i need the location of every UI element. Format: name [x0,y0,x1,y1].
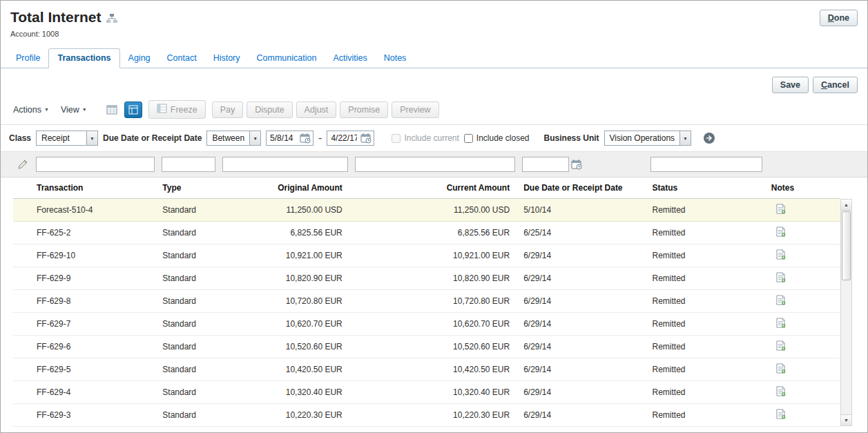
cell-transaction: Forecast-510-4 [32,199,158,222]
view-menu[interactable]: View ▼ [57,102,91,117]
note-icon[interactable] [771,204,786,214]
tab-history[interactable]: History [205,49,249,68]
include-current-checkbox[interactable]: Include current [392,133,459,143]
table-row[interactable]: FF-629-4Standard10,320.40 EUR10,320.40 E… [13,381,840,404]
scroll-up-icon[interactable]: ▲ [841,200,851,211]
cell-due-date: 5/10/14 [519,199,648,222]
done-button[interactable]: Done [820,10,858,26]
qbe-type-input[interactable] [162,157,215,172]
table-row[interactable]: FF-629-9Standard10,820.90 EUR10,820.90 E… [13,267,840,290]
row-selector-cell[interactable] [13,313,32,336]
note-icon[interactable] [771,409,786,419]
cell-original-amount: 10,520.60 EUR [219,336,351,358]
qbe-due-date-input[interactable] [522,157,569,172]
row-selector-cell[interactable] [13,336,32,358]
col-type[interactable]: Type [158,177,219,199]
note-icon[interactable] [771,386,786,396]
go-arrow-icon[interactable] [703,132,715,144]
col-current-amount[interactable]: Current Amount [352,177,519,199]
class-select[interactable]: Receipt ▼ [36,131,98,146]
tab-transactions[interactable]: Transactions [48,48,119,68]
col-status[interactable]: Status [648,177,766,199]
table-row[interactable]: FF-629-10Standard10,921.00 EUR10,921.00 … [13,244,840,267]
note-icon[interactable] [771,249,786,260]
date-from-input[interactable] [267,133,300,143]
cell-notes [767,267,840,290]
cell-status: Remitted [648,199,766,222]
cell-original-amount: 6,825.56 EUR [219,222,351,244]
note-icon[interactable] [771,363,786,374]
note-icon[interactable] [771,272,786,282]
table-row[interactable]: Forecast-510-4Standard11,250.00 USD11,25… [13,199,840,222]
qbe-pencil-icon[interactable] [18,160,28,169]
note-icon[interactable] [771,318,786,328]
include-closed-checkbox-input[interactable] [464,134,473,143]
detach-icon[interactable] [103,102,121,118]
table-row[interactable]: FF-629-7Standard10,620.70 EUR10,620.70 E… [13,313,840,336]
date-operator-select[interactable]: Between ▼ [206,131,261,146]
tab-profile[interactable]: Profile [8,49,48,68]
freeze-button[interactable]: Freeze [148,100,206,119]
cell-current-amount: 10,320.40 EUR [352,381,519,404]
qbe-transaction-input[interactable] [36,157,155,172]
qbe-current-amount-input[interactable] [355,157,515,172]
note-icon[interactable] [771,295,786,305]
include-closed-checkbox[interactable]: Include closed [464,133,530,143]
table-row[interactable]: FF-625-2Standard6,825.56 EUR6,825.56 EUR… [13,222,840,244]
tab-activities[interactable]: Activities [325,49,375,68]
save-button[interactable]: Save [772,77,809,93]
qbe-status-input[interactable] [650,157,762,172]
row-selector-cell[interactable] [13,404,32,427]
note-icon[interactable] [771,227,786,237]
business-unit-select[interactable]: Vision Operations ▼ [604,131,692,146]
col-original-amount[interactable]: Original Amount [219,177,351,199]
note-icon[interactable] [771,340,786,351]
cancel-button[interactable]: Cancel [813,77,858,93]
calendar-icon[interactable] [360,133,372,144]
calendar-icon[interactable] [571,160,582,170]
row-selector-cell[interactable] [13,358,32,381]
cell-original-amount: 10,820.90 EUR [219,267,351,290]
scroll-down-icon[interactable]: ▼ [841,414,851,425]
cell-due-date: 6/29/14 [519,404,648,427]
row-selector-cell[interactable] [13,244,32,267]
row-selector-cell[interactable] [13,267,32,290]
query-by-example-filter-icon[interactable] [124,102,142,118]
row-selector-cell[interactable] [13,381,32,404]
table-row[interactable]: FF-629-5Standard10,420.50 EUR10,420.50 E… [13,358,840,381]
tab-contact[interactable]: Contact [159,49,205,68]
tab-aging[interactable]: Aging [120,49,159,68]
actions-menu[interactable]: Actions ▼ [9,102,53,117]
qbe-original-amount-input[interactable] [222,157,348,172]
col-due-date[interactable]: Due Date or Receipt Date [519,177,648,199]
row-selector-cell[interactable] [13,290,32,313]
vertical-scrollbar[interactable]: ▲ ▼ [840,199,852,426]
col-transaction[interactable]: Transaction [32,177,158,199]
hierarchy-icon[interactable] [106,14,117,23]
pay-button[interactable]: Pay [212,102,244,118]
table-row[interactable]: FF-629-8Standard10,720.80 EUR10,720.80 E… [13,290,840,313]
tab-communication[interactable]: Communication [249,49,325,68]
cell-due-date: 6/29/14 [519,290,648,313]
col-row-gutter [13,177,32,199]
table-row[interactable]: FF-629-3Standard10,220.30 EUR10,220.30 E… [13,404,840,427]
row-selector-cell[interactable] [13,222,32,244]
cell-status: Remitted [648,267,766,290]
include-current-checkbox-input[interactable] [392,134,401,143]
promise-button[interactable]: Promise [340,102,388,118]
title-row: Total Internet [10,9,858,26]
table-row[interactable]: FF-629-6Standard10,520.60 EUR10,520.60 E… [13,336,840,358]
adjust-button[interactable]: Adjust [296,102,337,118]
row-selector-cell[interactable] [13,199,32,222]
col-notes[interactable]: Notes [767,177,840,199]
dispute-button[interactable]: Dispute [247,102,292,118]
tab-notes[interactable]: Notes [376,49,415,68]
chevron-down-icon[interactable]: ▼ [679,131,691,145]
scrollbar-thumb[interactable] [842,211,851,280]
chevron-down-icon[interactable]: ▼ [249,131,260,145]
chevron-down-icon[interactable]: ▼ [86,131,97,145]
calendar-icon[interactable] [300,133,311,144]
preview-button[interactable]: Preview [392,102,438,118]
cell-notes [767,358,840,381]
date-to-input[interactable] [327,133,360,143]
